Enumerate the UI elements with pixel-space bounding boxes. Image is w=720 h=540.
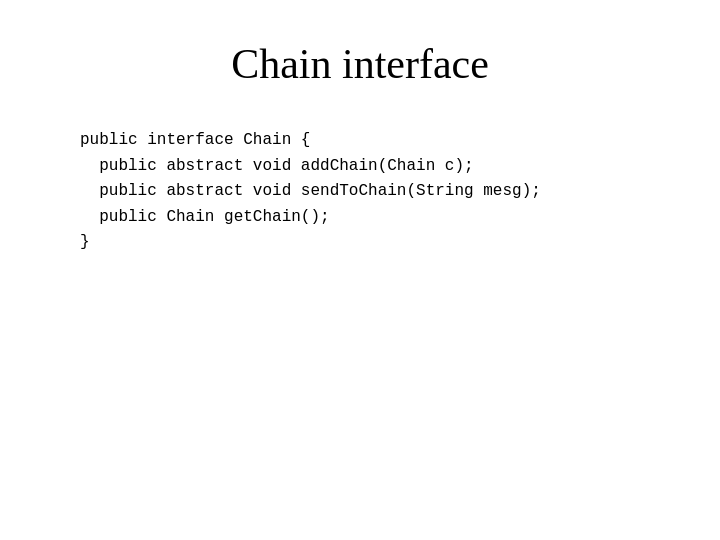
slide-container: Chain interface public interface Chain {… [0, 0, 720, 540]
code-line-1: public interface Chain { [80, 128, 541, 154]
code-block: public interface Chain { public abstract… [80, 128, 541, 256]
code-line-3: public abstract void sendToChain(String … [80, 179, 541, 205]
code-line-4: public Chain getChain(); [80, 205, 541, 231]
code-line-2: public abstract void addChain(Chain c); [80, 154, 541, 180]
code-line-5: } [80, 230, 541, 256]
slide-title: Chain interface [231, 40, 489, 88]
